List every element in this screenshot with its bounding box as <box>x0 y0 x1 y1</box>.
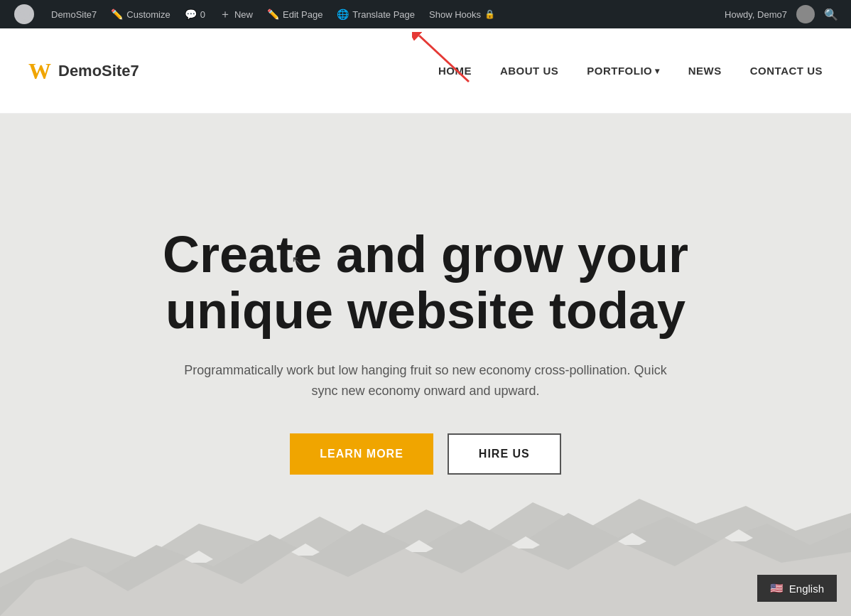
edit-page-button[interactable]: ✏️ Edit Page <box>260 0 330 28</box>
logo-w-icon: W <box>28 60 51 82</box>
comments-button[interactable]: 💬 0 <box>178 0 212 28</box>
learn-more-button[interactable]: LEARN MORE <box>290 433 433 475</box>
customize-label: Customize <box>126 9 170 20</box>
wordpress-logo-icon <box>14 4 34 24</box>
nav-item-news[interactable]: NEWS <box>688 65 722 77</box>
translate-page-label: Translate Page <box>352 9 415 20</box>
site-logo[interactable]: W DemoSite7 <box>28 60 139 82</box>
comments-count: 0 <box>200 9 205 20</box>
nav-item-home[interactable]: HOME <box>438 65 472 77</box>
edit-icon: ✏️ <box>267 9 279 20</box>
show-hooks-button[interactable]: Show Hooks 🔒 <box>422 0 502 28</box>
chevron-down-icon: ▾ <box>655 66 660 76</box>
lock-icon: 🔒 <box>484 9 495 19</box>
customize-button[interactable]: ✏️ Customize <box>104 0 177 28</box>
admin-bar-right: Howdy, Demo7 🔍 <box>719 5 844 23</box>
new-label: New <box>234 9 253 20</box>
hero-title: Create and grow your unique website toda… <box>163 227 688 339</box>
pencil-icon: ✏️ <box>111 9 123 20</box>
site-name-label: DemoSite7 <box>51 9 97 20</box>
language-label: English <box>789 583 824 595</box>
hire-us-button[interactable]: HIRE US <box>448 433 561 475</box>
site-title: DemoSite7 <box>58 62 139 80</box>
plus-icon: ＋ <box>219 7 231 22</box>
user-avatar[interactable] <box>796 5 815 23</box>
admin-bar: DemoSite7 ✏️ Customize 💬 0 ＋ New ✏️ Edit… <box>0 0 851 28</box>
new-button[interactable]: ＋ New <box>212 0 260 28</box>
translate-icon: 🌐 <box>337 9 349 20</box>
flag-icon: 🇺🇸 <box>770 582 784 595</box>
hero-buttons: LEARN MORE HIRE US <box>290 433 560 475</box>
admin-search-icon[interactable]: 🔍 <box>818 8 844 21</box>
mountain-background <box>0 474 851 616</box>
language-switcher[interactable]: 🇺🇸 English <box>757 575 837 602</box>
edit-page-label: Edit Page <box>283 9 322 20</box>
hero-title-line1: Create and grow your <box>163 226 688 283</box>
hero-content: Create and grow your unique website toda… <box>134 227 717 475</box>
site-header: W DemoSite7 HOME ABOUT US PORTFOLIO ▾ NE… <box>0 28 851 114</box>
comments-icon: 💬 <box>185 9 197 20</box>
nav-item-portfolio[interactable]: PORTFOLIO ▾ <box>587 65 660 77</box>
nav-item-contact[interactable]: CONTACT US <box>750 65 823 77</box>
main-nav: HOME ABOUT US PORTFOLIO ▾ NEWS CONTACT U… <box>438 65 823 77</box>
howdy-label: Howdy, Demo7 <box>719 9 793 20</box>
nav-item-about[interactable]: ABOUT US <box>500 65 558 77</box>
hero-subtitle: Programmatically work but low hanging fr… <box>177 360 674 401</box>
show-hooks-label: Show Hooks <box>429 9 481 20</box>
hero-title-line2: unique website today <box>166 282 685 339</box>
hero-section: ↖ Create and grow your unique website to… <box>0 114 851 616</box>
wp-logo-button[interactable] <box>7 0 44 28</box>
demosite7-button[interactable]: DemoSite7 <box>44 0 104 28</box>
translate-page-button[interactable]: 🌐 Translate Page <box>330 0 422 28</box>
